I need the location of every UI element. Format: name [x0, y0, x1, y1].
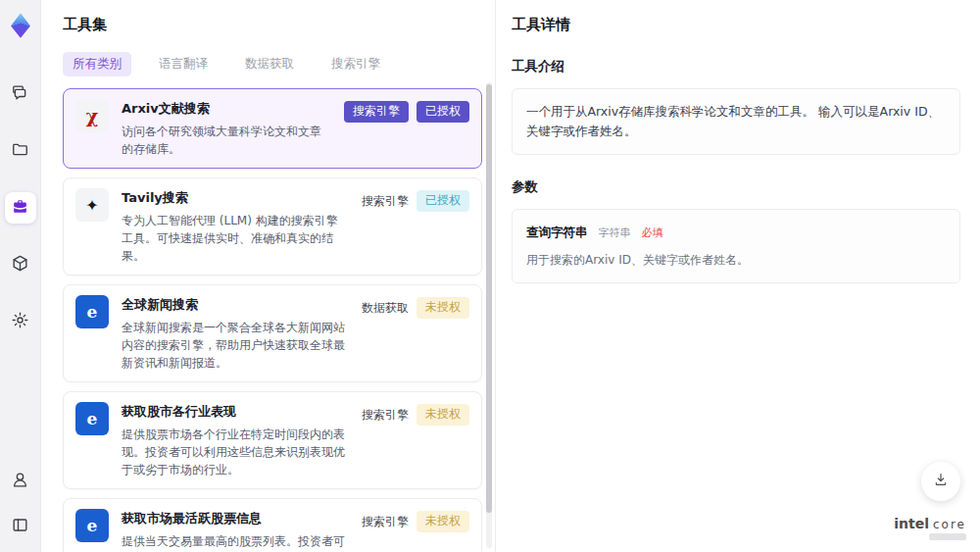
download-button[interactable] — [921, 462, 960, 501]
intro-box: 一个用于从Arxiv存储库搜索科学论文和文章的工具。 输入可以是Arxiv ID… — [512, 88, 960, 155]
tavily-star-icon: ✦ — [75, 188, 109, 222]
tool-list: χ Arxiv文献搜索 访问各个研究领域大量科学论文和文章的存储库。 搜索引擎 … — [63, 88, 482, 552]
intel-product-text: core — [933, 518, 966, 531]
left-sidebar — [0, 0, 41, 552]
intel-sub-mark — [929, 533, 966, 540]
tab-data-fetch[interactable]: 数据获取 — [235, 52, 304, 76]
status-badge: 已授权 — [416, 101, 469, 123]
status-badge: 已授权 — [416, 190, 469, 212]
param-header: 查询字符串 字符串 必填 — [526, 223, 946, 242]
param-box: 查询字符串 字符串 必填 用于搜索的Arxiv ID、关键字或作者姓名。 — [512, 209, 960, 283]
list-item-most-active-stocks[interactable]: e 获取市场最活跃股票信息 提供当天交易量最高的股票列表。投资者可以利用这些信息… — [63, 498, 482, 552]
news-logo-icon: e — [75, 509, 109, 542]
tool-description: 专为人工智能代理 (LLM) 构建的搜索引擎工具。可快速提供实时、准确和真实的结… — [122, 212, 349, 265]
sidebar-item-settings[interactable] — [5, 306, 36, 337]
app-logo-icon[interactable] — [7, 12, 34, 39]
category-label: 搜索引擎 — [362, 511, 409, 533]
list-item-tavily[interactable]: ✦ Tavily搜索 专为人工智能代理 (LLM) 构建的搜索引擎工具。可快速提… — [63, 177, 482, 276]
status-badge: 未授权 — [416, 404, 469, 426]
tool-details-panel: 工具详情 工具介绍 一个用于从Arxiv存储库搜索科学论文和文章的工具。 输入可… — [495, 0, 980, 552]
page-title: 工具集 — [63, 16, 495, 34]
news-logo-icon: e — [75, 295, 109, 328]
param-required-flag: 必填 — [641, 226, 662, 239]
list-item-sector-performance[interactable]: e 获取股市各行业表现 提供股票市场各个行业在特定时间段内的表现。投资者可以利用… — [63, 391, 482, 489]
briefcase-icon — [11, 197, 29, 220]
tab-language-translation[interactable]: 语言翻译 — [149, 52, 218, 76]
tab-all-categories[interactable]: 所有类别 — [63, 52, 131, 76]
download-icon — [933, 472, 949, 491]
folder-icon — [11, 140, 29, 163]
list-item-arxiv[interactable]: χ Arxiv文献搜索 访问各个研究领域大量科学论文和文章的存储库。 搜索引擎 … — [63, 88, 482, 169]
category-tabs: 所有类别 语言翻译 数据获取 搜索引擎 — [63, 52, 495, 76]
category-label: 搜索引擎 — [362, 190, 409, 213]
tool-description: 提供股票市场各个行业在特定时间段内的表现。投资者可以利用这些信息来识别表现优于或… — [122, 426, 349, 478]
status-badge: 未授权 — [416, 297, 469, 319]
arxiv-logo-icon: χ — [75, 99, 109, 132]
collapse-panel-icon[interactable] — [5, 509, 36, 540]
tool-name: Tavily搜索 — [122, 189, 349, 207]
sidebar-item-toolset[interactable] — [5, 192, 36, 224]
intel-core-logo: intel core — [894, 516, 966, 540]
tool-description: 全球新闻搜索是一个聚合全球各大新闻网站内容的搜索引擎，帮助用户快速获取全球最新资… — [122, 319, 349, 372]
params-heading: 参数 — [512, 178, 960, 196]
tool-name: Arxiv文献搜索 — [122, 100, 331, 118]
intro-heading: 工具介绍 — [512, 58, 960, 75]
intel-brand-text: intel — [894, 516, 929, 531]
category-badge: 搜索引擎 — [344, 101, 409, 123]
param-type: 字符串 — [598, 226, 630, 239]
tool-name: 获取股市各行业表现 — [122, 403, 349, 421]
tool-list-panel: 工具集 所有类别 语言翻译 数据获取 搜索引擎 χ Arxiv文献搜索 访问各个… — [41, 0, 495, 552]
chat-icon — [11, 83, 29, 106]
news-logo-icon: e — [75, 402, 109, 435]
cube-icon — [11, 254, 29, 276]
category-label: 搜索引擎 — [362, 404, 409, 427]
sidebar-item-chat[interactable] — [5, 78, 36, 110]
details-title: 工具详情 — [512, 16, 960, 34]
intro-text: 一个用于从Arxiv存储库搜索科学论文和文章的工具。 输入可以是Arxiv ID… — [526, 104, 940, 138]
category-label: 数据获取 — [362, 297, 409, 320]
scrollbar-thumb[interactable] — [486, 84, 492, 513]
status-badge: 未授权 — [416, 511, 469, 532]
list-item-global-news[interactable]: e 全球新闻搜索 全球新闻搜索是一个聚合全球各大新闻网站内容的搜索引擎，帮助用户… — [63, 284, 482, 382]
user-avatar[interactable] — [5, 464, 36, 495]
sidebar-item-files[interactable] — [5, 135, 36, 167]
param-name: 查询字符串 — [526, 225, 588, 239]
list-scrollbar[interactable] — [486, 82, 492, 548]
tool-name: 全球新闻搜索 — [122, 296, 349, 314]
sidebar-item-models[interactable] — [5, 249, 36, 280]
tool-name: 获取市场最活跃股票信息 — [122, 510, 349, 527]
tool-description: 访问各个研究领域大量科学论文和文章的存储库。 — [122, 123, 331, 158]
tab-search-engine[interactable]: 搜索引擎 — [321, 52, 390, 76]
param-description: 用于搜索的Arxiv ID、关键字或作者姓名。 — [526, 251, 946, 270]
tool-description: 提供当天交易量最高的股票列表。投资者可以利用这些信息来识别流动性强的股票和潜在的… — [122, 532, 349, 552]
gear-icon — [11, 311, 29, 333]
